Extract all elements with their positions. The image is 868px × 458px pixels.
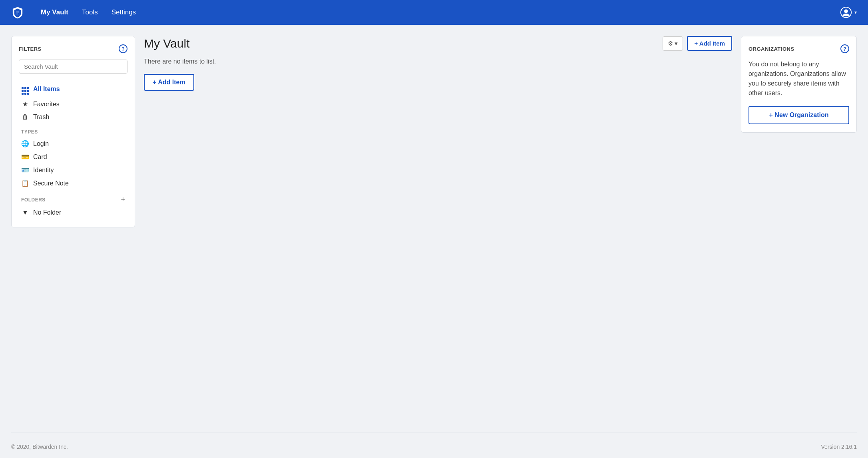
- note-icon: 📋: [21, 179, 29, 187]
- navbar: My Vault Tools Settings ▾: [0, 0, 868, 25]
- filters-title: FILTERS: [19, 46, 42, 52]
- card-label: Card: [33, 153, 47, 161]
- nav-settings[interactable]: Settings: [106, 5, 141, 20]
- trash-label: Trash: [33, 114, 49, 121]
- add-folder-button[interactable]: +: [121, 195, 125, 204]
- orgs-header: ORGANIZATIONS ?: [749, 44, 849, 53]
- gear-chevron: ▾: [675, 40, 678, 47]
- user-chevron: ▾: [854, 10, 857, 15]
- star-icon: ★: [21, 100, 29, 108]
- vault-panel: My Vault ⚙ ▾ + Add Item There are no ite…: [144, 36, 732, 421]
- footer-version: Version 2.16.1: [821, 444, 857, 450]
- filter-favorites[interactable]: ★ Favorites: [19, 98, 127, 111]
- user-menu[interactable]: ▾: [840, 6, 857, 18]
- filter-no-folder[interactable]: ▼ No Folder: [19, 206, 127, 219]
- nav-tools[interactable]: Tools: [76, 5, 104, 20]
- footer-copyright: © 2020, Bitwarden Inc.: [11, 444, 68, 450]
- footer: © 2020, Bitwarden Inc. Version 2.16.1: [0, 432, 868, 458]
- chevron-down-icon: ▼: [21, 209, 29, 216]
- secure-note-label: Secure Note: [33, 180, 69, 187]
- identity-icon: 🪪: [21, 166, 29, 174]
- add-item-header-button[interactable]: + Add Item: [687, 36, 732, 51]
- no-folder-label: No Folder: [33, 209, 61, 216]
- filter-identity[interactable]: 🪪 Identity: [19, 163, 127, 177]
- logo[interactable]: [11, 6, 24, 19]
- new-organization-button[interactable]: + New Organization: [749, 106, 849, 124]
- search-input[interactable]: [19, 60, 127, 74]
- globe-icon: 🌐: [21, 140, 29, 147]
- orgs-help-button[interactable]: ?: [840, 44, 849, 53]
- filter-secure-note[interactable]: 📋 Secure Note: [19, 177, 127, 190]
- filter-all-items[interactable]: All Items: [19, 81, 127, 98]
- svg-point-1: [844, 10, 848, 13]
- identity-label: Identity: [33, 167, 54, 174]
- types-section-label: TYPES: [19, 123, 127, 137]
- all-items-icon: [21, 84, 29, 95]
- navbar-links: My Vault Tools Settings: [35, 5, 840, 20]
- filters-panel: FILTERS ? All Items ★ Favorites 🗑 Trash: [11, 36, 135, 227]
- vault-title: My Vault: [144, 37, 189, 50]
- orgs-title: ORGANIZATIONS: [749, 46, 794, 52]
- folders-section: FOLDERS +: [19, 190, 127, 206]
- organizations-panel: ORGANIZATIONS ? You do not belong to any…: [741, 36, 857, 133]
- vault-actions: ⚙ ▾ + Add Item: [663, 36, 732, 51]
- main-content: FILTERS ? All Items ★ Favorites 🗑 Trash: [0, 25, 868, 421]
- trash-icon: 🗑: [21, 114, 29, 121]
- filter-card[interactable]: 💳 Card: [19, 150, 127, 163]
- all-items-label: All Items: [33, 86, 60, 93]
- login-label: Login: [33, 140, 49, 147]
- card-icon: 💳: [21, 153, 29, 161]
- filter-trash[interactable]: 🗑 Trash: [19, 111, 127, 123]
- folders-label: FOLDERS: [21, 197, 46, 203]
- orgs-description: You do not belong to any organizations. …: [749, 60, 849, 98]
- filters-header: FILTERS ?: [19, 44, 127, 53]
- filters-help-button[interactable]: ?: [119, 44, 127, 53]
- favorites-label: Favorites: [33, 101, 60, 108]
- empty-message: There are no items to list.: [144, 58, 732, 65]
- add-item-large-button[interactable]: + Add Item: [144, 74, 194, 91]
- filter-login[interactable]: 🌐 Login: [19, 137, 127, 150]
- gear-icon: ⚙: [668, 40, 673, 47]
- nav-my-vault[interactable]: My Vault: [35, 5, 74, 20]
- gear-button[interactable]: ⚙ ▾: [663, 36, 683, 51]
- vault-header: My Vault ⚙ ▾ + Add Item: [144, 36, 732, 51]
